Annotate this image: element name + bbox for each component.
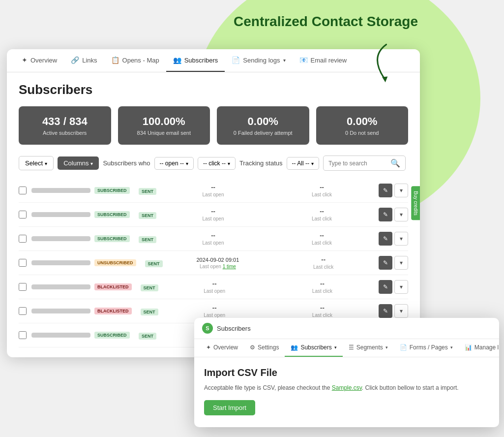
stat-label-dns: 0 Do not send — [324, 130, 401, 136]
click-info: -- Last click — [271, 280, 374, 294]
tracking-chevron — [311, 160, 314, 167]
modal-tab-segments[interactable]: ☰ Segments ▾ — [343, 339, 394, 357]
row-checkbox[interactable] — [19, 307, 27, 315]
modal-header: S Subscribers — [194, 318, 499, 339]
tracking-filter[interactable]: -- All -- — [287, 157, 319, 170]
overview-icon: ✦ — [22, 56, 28, 64]
stat-active-subscribers: 433 / 834 Active subscribers — [19, 106, 111, 145]
click-info: -- Last click — [273, 256, 374, 270]
edit-button[interactable]: ✎ — [379, 304, 392, 318]
modal-settings-icon: ⚙ — [250, 344, 255, 351]
modal-title: Subscribers — [217, 325, 251, 332]
tab-links[interactable]: 🔗 Links — [64, 49, 104, 72]
edit-button[interactable]: ✎ — [379, 280, 392, 294]
status-badge: SUBSCRIBED — [94, 235, 130, 242]
search-input[interactable] — [328, 160, 387, 167]
modal-tab-overview[interactable]: ✦ Overview — [200, 339, 244, 357]
click-info: -- Last click — [270, 184, 374, 197]
columns-chevron — [90, 159, 93, 167]
expand-button[interactable]: ▾ — [394, 280, 408, 294]
stat-value-active: 433 / 834 — [27, 115, 103, 128]
buy-credits-tab[interactable]: Buy credits — [411, 186, 420, 220]
expand-button[interactable]: ▾ — [394, 304, 408, 318]
tab-subscribers[interactable]: 👥 Subscribers — [166, 49, 225, 72]
stats-row: 433 / 834 Active subscribers 100.00% 834… — [19, 106, 408, 145]
filters-row: Select Columns Subscribers who -- open -… — [19, 156, 408, 171]
row-name-area: BLACKLISTED — [31, 308, 132, 314]
click-info: -- Last click — [270, 208, 374, 221]
click-info: -- Last click — [271, 304, 374, 318]
modal-segments-icon: ☰ — [349, 344, 354, 351]
modal-fields-icon: 📊 — [465, 344, 472, 351]
tab-opens-map[interactable]: 📋 Opens - Map — [104, 49, 166, 72]
name-bar — [31, 284, 90, 289]
stat-value-dns: 0.00% — [324, 115, 401, 128]
row-name-area: SUBSCRIBED — [31, 211, 130, 218]
status-badge: SUBSCRIBED — [94, 332, 130, 339]
name-bar — [31, 188, 90, 193]
expand-button[interactable]: ▾ — [394, 184, 408, 197]
click-filter[interactable]: -- click -- — [198, 157, 236, 170]
name-bar — [31, 309, 90, 313]
stat-value-failed: 0.00% — [225, 115, 301, 128]
tracking-label: Tracking status — [239, 159, 283, 167]
status-badge: BLACKLISTED — [94, 308, 132, 314]
stat-failed-delivery: 0.00% 0 Failed delivery attempt — [217, 106, 309, 145]
row-checkbox[interactable] — [19, 283, 27, 291]
expand-button[interactable]: ▾ — [394, 232, 408, 246]
map-icon: 📋 — [111, 56, 119, 64]
import-title: Import CSV File — [204, 367, 489, 378]
columns-button[interactable]: Columns — [58, 156, 99, 170]
row-checkbox[interactable] — [19, 331, 27, 339]
stat-label-unique: 834 Unique email sent — [126, 130, 203, 136]
stat-label-failed: 0 Failed delivery attempt — [225, 130, 301, 136]
open-filter[interactable]: -- open -- — [154, 157, 194, 170]
open-info: -- Last open — [163, 280, 266, 294]
expand-button[interactable]: ▾ — [394, 256, 408, 270]
row-checkbox[interactable] — [19, 211, 27, 218]
row-actions: ✎ ▾ — [379, 232, 408, 246]
row-checkbox[interactable] — [19, 187, 27, 194]
modal-tab-subscribers[interactable]: 👥 Subscribers ▾ — [285, 339, 342, 357]
expand-button[interactable]: ▾ — [394, 208, 408, 221]
edit-button[interactable]: ✎ — [379, 256, 392, 270]
sample-csv-link[interactable]: Sample.csv — [332, 384, 362, 391]
click-chevron — [228, 160, 230, 167]
modal-subscribers-icon: 👥 — [291, 344, 298, 351]
sent-badge: SENT — [141, 284, 158, 291]
sent-badge: SENT — [145, 260, 163, 267]
table-row: BLACKLISTED SENT -- Last open -- Last cl… — [19, 275, 408, 299]
table-row: SUBSCRIBED SENT -- Last open -- Last cli… — [19, 179, 408, 203]
row-checkbox[interactable] — [19, 259, 27, 267]
status-badge: UNSUBSCRIBED — [94, 259, 136, 266]
main-window: ✦ Overview 🔗 Links 📋 Opens - Map 👥 Subsc… — [7, 49, 420, 357]
sent-badge: SENT — [139, 236, 156, 243]
tab-overview[interactable]: ✦ Overview — [15, 49, 64, 72]
select-button[interactable]: Select — [19, 156, 54, 170]
search-icon: 🔍 — [390, 158, 400, 168]
annotation-title: Centralized Contact Storage — [234, 14, 418, 30]
sent-badge: SENT — [141, 309, 158, 315]
modal-logo: S — [202, 323, 213, 334]
edit-button[interactable]: ✎ — [379, 208, 392, 221]
row-name-area: SUBSCRIBED — [31, 187, 130, 194]
tab-sending-logs[interactable]: 📄 Sending logs ▾ — [225, 49, 292, 72]
row-actions: ✎ ▾ — [379, 304, 408, 318]
open-info: -- Last open — [161, 208, 265, 221]
row-name-area: UNSUBSCRIBED — [31, 259, 136, 266]
edit-button[interactable]: ✎ — [379, 232, 392, 246]
modal-tab-forms[interactable]: 📄 Forms / Pages ▾ — [394, 339, 459, 357]
start-import-button[interactable]: Start Import — [204, 400, 255, 415]
modal-tab-manage-fields[interactable]: 📊 Manage list fields — [459, 339, 499, 357]
sent-badge: SENT — [139, 212, 156, 219]
modal-tab-settings[interactable]: ⚙ Settings — [244, 339, 285, 357]
row-checkbox[interactable] — [19, 235, 27, 243]
modal-overview-icon: ✦ — [206, 344, 211, 351]
edit-button[interactable]: ✎ — [379, 184, 392, 197]
tab-email-review[interactable]: 📧 Email review — [293, 49, 354, 72]
row-name-area: SUBSCRIBED — [31, 235, 130, 242]
stat-value-unique: 100.00% — [126, 115, 203, 128]
search-box[interactable]: 🔍 — [323, 156, 406, 171]
links-icon: 🔗 — [71, 56, 79, 64]
row-name-area: BLACKLISTED — [31, 283, 132, 290]
